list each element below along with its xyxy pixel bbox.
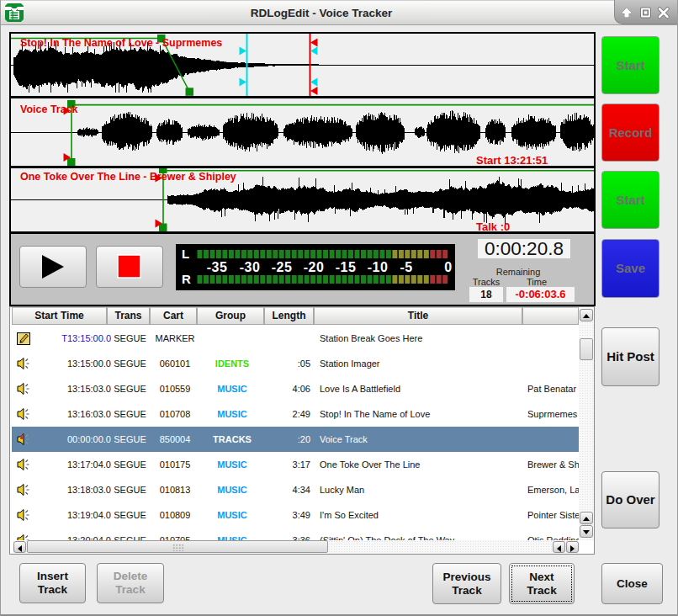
svg-text:-30: -30 xyxy=(240,260,261,274)
svg-text:-10: -10 xyxy=(368,260,389,274)
svg-text:-35: -35 xyxy=(207,260,228,274)
svg-text:L: L xyxy=(182,247,189,261)
svg-text:-20: -20 xyxy=(304,260,325,274)
svg-text:-25: -25 xyxy=(272,260,293,274)
svg-text:-15: -15 xyxy=(336,260,357,274)
svg-text:0: 0 xyxy=(444,260,452,274)
svg-text:-5: -5 xyxy=(400,260,412,274)
svg-text:R: R xyxy=(182,272,191,286)
